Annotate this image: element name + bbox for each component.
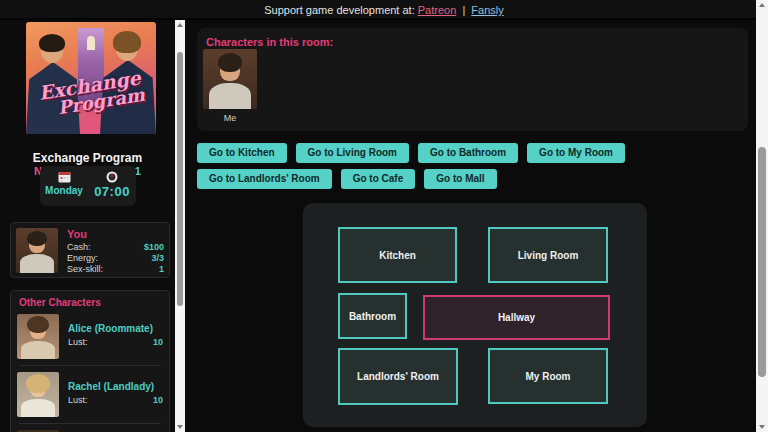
alice-lust-row: Lust: 10	[68, 337, 163, 348]
go-to-cafe-button[interactable]: Go to Cafe	[341, 169, 416, 189]
alice-name: Alice (Roommate)	[68, 323, 163, 334]
go-to-my-room-button[interactable]: Go to My Room	[527, 143, 625, 163]
scroll-down-arrow[interactable]	[756, 422, 768, 432]
page-scrollbar[interactable]	[756, 0, 768, 432]
day-label: Monday	[40, 185, 88, 196]
map-room-my-room[interactable]: My Room	[488, 348, 608, 404]
character-card-alice: Alice (Roommate) Lust: 10	[17, 312, 163, 361]
map-room-kitchen[interactable]: Kitchen	[338, 227, 457, 283]
player-info: You Cash: $100 Energy: 3/3 Sex-skill: 1	[67, 228, 164, 272]
other-characters-title: Other Characters	[19, 297, 163, 308]
other-characters-panel: Other Characters Alice (Roommate) Lust: …	[10, 290, 170, 432]
day-column: Monday	[40, 166, 88, 206]
divider	[19, 365, 161, 366]
map-room-bathroom[interactable]: Bathroom	[338, 293, 407, 339]
player-stat-energy: Energy: 3/3	[67, 253, 164, 264]
rachel-portrait	[17, 372, 59, 417]
game-window: Support game development at: Patreon | F…	[0, 0, 768, 432]
cash-label: Cash:	[67, 242, 91, 253]
cash-value: $100	[144, 242, 164, 253]
time-panel: Monday 07:00	[40, 166, 136, 206]
room-panel-title: Characters in this room:	[197, 28, 748, 48]
rachel-info: Rachel (Landlady) Lust: 10	[68, 372, 163, 417]
player-name: You	[67, 228, 164, 240]
sidebar: Exchange Program Exchange Program New Ro…	[0, 20, 175, 432]
support-text: Support game development at:	[264, 4, 414, 16]
rachel-lust-value: 10	[153, 395, 163, 406]
patreon-link[interactable]: Patreon	[418, 4, 457, 16]
rachel-lust-label: Lust:	[68, 395, 88, 406]
energy-label: Energy:	[67, 253, 98, 264]
me-label: Me	[203, 113, 257, 123]
map-room-hallway-current: Hallway	[423, 295, 610, 340]
rachel-name: Rachel (Landlady)	[68, 381, 163, 392]
go-to-landlords-room-button[interactable]: Go to Landlords' Room	[197, 169, 332, 189]
scroll-up-arrow[interactable]	[756, 0, 768, 10]
player-card: You Cash: $100 Energy: 3/3 Sex-skill: 1	[10, 222, 170, 278]
sexskill-label: Sex-skill:	[67, 264, 103, 275]
sexskill-value: 1	[159, 264, 164, 275]
navigation-buttons: Go to Kitchen Go to Living Room Go to Ba…	[197, 143, 757, 189]
rachel-lust-row: Lust: 10	[68, 395, 163, 406]
logo-tower-arch	[87, 36, 95, 50]
go-to-kitchen-button[interactable]: Go to Kitchen	[197, 143, 287, 163]
player-portrait	[16, 228, 58, 273]
alice-lust-value: 10	[153, 337, 163, 348]
game-title: Exchange Program	[0, 151, 175, 165]
room-character-me[interactable]: Me	[203, 49, 257, 123]
alice-lust-label: Lust:	[68, 337, 88, 348]
go-to-living-room-button[interactable]: Go to Living Room	[296, 143, 409, 163]
house-map: Kitchen Living Room Bathroom Hallway Lan…	[303, 203, 647, 427]
characters-in-room-panel: Characters in this room: Me	[197, 28, 748, 131]
clock-column: 07:00	[88, 166, 136, 206]
calendar-icon	[58, 171, 71, 183]
map-room-landlords-room[interactable]: Landlords' Room	[338, 348, 458, 405]
go-to-mall-button[interactable]: Go to Mall	[424, 169, 496, 189]
energy-value: 3/3	[151, 253, 164, 264]
sidebar-scrollbar[interactable]	[175, 20, 185, 432]
support-bar: Support game development at: Patreon | F…	[0, 0, 768, 20]
alice-info: Alice (Roommate) Lust: 10	[68, 314, 163, 359]
sidebar-scrollbar-thumb[interactable]	[177, 52, 183, 306]
page-scrollbar-thumb[interactable]	[758, 147, 766, 377]
scroll-down-arrow[interactable]	[175, 422, 185, 432]
clock-icon	[106, 171, 118, 183]
go-to-bathroom-button[interactable]: Go to Bathroom	[418, 143, 518, 163]
character-card-rachel: Rachel (Landlady) Lust: 10	[17, 370, 163, 419]
me-portrait[interactable]	[203, 49, 257, 109]
link-separator: |	[459, 4, 468, 16]
scroll-up-arrow[interactable]	[175, 20, 185, 30]
clock-label: 07:00	[88, 184, 136, 199]
fansly-link[interactable]: Fansly	[471, 4, 503, 16]
player-stat-cash: Cash: $100	[67, 242, 164, 253]
player-stat-sexskill: Sex-skill: 1	[67, 264, 164, 275]
character-card-partial	[17, 428, 163, 432]
map-room-living-room[interactable]: Living Room	[488, 227, 608, 283]
divider	[19, 423, 161, 424]
game-logo: Exchange Program	[26, 22, 156, 134]
alice-portrait	[17, 314, 59, 359]
